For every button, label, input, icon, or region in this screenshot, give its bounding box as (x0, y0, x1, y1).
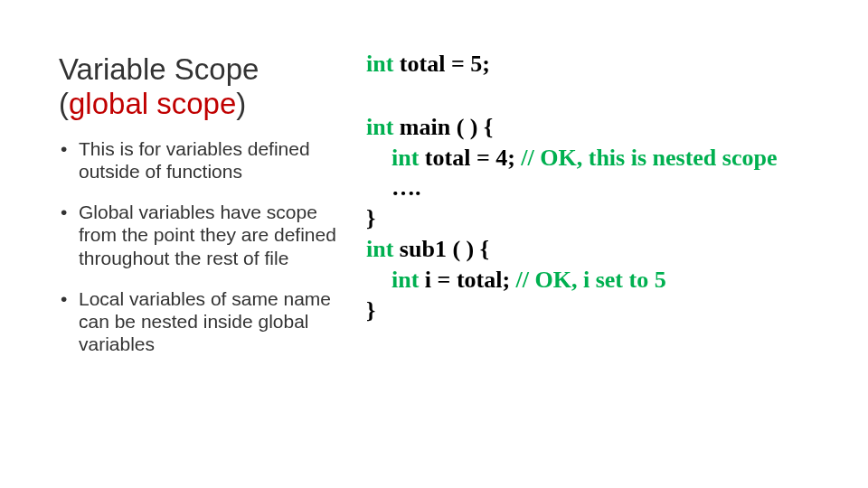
code-comment: // OK, i set to 5 (516, 267, 666, 293)
code-keyword: int (366, 51, 393, 77)
title-accent: global scope (69, 87, 236, 120)
title-suffix: ) (236, 87, 246, 120)
code-line: int sub1 ( ) { (366, 234, 836, 265)
bullet-text: Global variables have scope from the poi… (79, 202, 336, 267)
code-line: } (366, 203, 836, 234)
left-column: Variable Scope (global scope) This is fo… (59, 52, 339, 373)
bullet-text: Local variables of same name can be nest… (79, 288, 331, 354)
code-text: } (366, 297, 375, 324)
slide: Variable Scope (global scope) This is fo… (0, 0, 868, 488)
bullet-list: This is for variables defined outside of… (59, 137, 339, 356)
code-keyword: int (366, 236, 393, 262)
code-text: sub1 ( ) { (393, 236, 489, 262)
code-text: } (366, 205, 375, 231)
code-text: total = 4; (419, 145, 521, 171)
code-text: main ( ) { (393, 114, 493, 140)
bullet-item: This is for variables defined outside of… (59, 137, 339, 183)
code-text: total = 5; (393, 51, 490, 77)
code-block: int total = 5; int main ( ) { int total … (366, 49, 836, 325)
slide-title: Variable Scope (global scope) (59, 52, 339, 121)
code-line: …. (366, 173, 836, 203)
code-line: int i = total; // OK, i set to 5 (366, 265, 836, 296)
bullet-text: This is for variables defined outside of… (79, 138, 310, 182)
code-line: int total = 4; // OK, this is nested sco… (366, 143, 836, 174)
code-text: …. (392, 174, 421, 201)
code-keyword: int (392, 267, 419, 293)
bullet-item: Local variables of same name can be nest… (59, 287, 339, 356)
blank-line (366, 80, 836, 112)
code-line: int total = 5; (366, 49, 836, 80)
code-keyword: int (366, 114, 393, 140)
code-line: int main ( ) { (366, 112, 836, 143)
code-text: i = total; (419, 267, 515, 293)
code-comment: // OK, this is nested scope (521, 145, 777, 171)
bullet-item: Global variables have scope from the poi… (59, 201, 339, 269)
code-line: } (366, 296, 836, 326)
code-keyword: int (392, 145, 419, 171)
